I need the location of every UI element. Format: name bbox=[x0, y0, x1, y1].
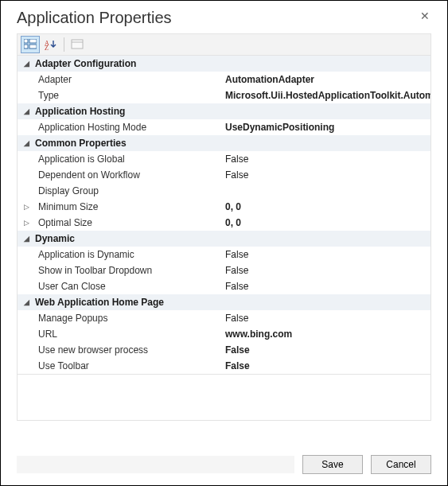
svg-rect-3 bbox=[29, 45, 37, 49]
property-grid[interactable]: ◢Adapter ConfigurationAdapterAutomationA… bbox=[17, 56, 431, 375]
dialog-footer: Save Cancel bbox=[1, 449, 447, 485]
property-row[interactable]: ▷Optimal Size0, 0 bbox=[18, 215, 430, 231]
categorized-button[interactable] bbox=[21, 36, 40, 53]
categorized-icon bbox=[24, 39, 37, 50]
property-name: Show in Toolbar Dropdown bbox=[35, 265, 222, 276]
property-toolbar: A Z bbox=[17, 33, 431, 56]
category-label: Common Properties bbox=[35, 138, 222, 149]
collapse-icon[interactable]: ◢ bbox=[18, 107, 35, 115]
toolbar-divider bbox=[64, 37, 64, 52]
category-label: Web Application Home Page bbox=[35, 297, 222, 308]
property-pages-button[interactable] bbox=[68, 36, 87, 53]
category-label: Dynamic bbox=[35, 233, 222, 244]
property-name: Application Hosting Mode bbox=[35, 122, 222, 133]
close-button[interactable]: ✕ bbox=[415, 8, 434, 24]
property-value[interactable]: False bbox=[222, 249, 430, 260]
property-value[interactable]: AutomationAdapter bbox=[222, 74, 430, 85]
property-row[interactable]: URLwww.bing.com bbox=[18, 326, 430, 342]
property-row[interactable]: TypeMicrosoft.Uii.HostedApplicationToolk… bbox=[18, 87, 430, 103]
category-label: Application Hosting bbox=[35, 106, 222, 117]
alphabetical-button[interactable]: A Z bbox=[41, 36, 60, 53]
property-name: Use new browser process bbox=[35, 344, 222, 356]
cancel-button[interactable]: Cancel bbox=[371, 455, 431, 474]
property-value[interactable]: 0, 0 bbox=[222, 201, 430, 212]
property-row[interactable]: AdapterAutomationAdapter bbox=[18, 72, 430, 87]
application-properties-dialog: Application Properties ✕ A Z bbox=[0, 0, 448, 486]
property-name: Type bbox=[35, 90, 222, 101]
property-name: Manage Popups bbox=[35, 313, 222, 324]
alphabetical-icon: A Z bbox=[45, 39, 57, 50]
property-row[interactable]: Display Group bbox=[18, 183, 430, 199]
property-description-panel bbox=[17, 375, 431, 421]
collapse-icon[interactable]: ◢ bbox=[18, 60, 35, 68]
property-value[interactable]: False bbox=[222, 360, 430, 371]
property-value[interactable]: False bbox=[222, 265, 430, 276]
property-name: URL bbox=[35, 329, 222, 340]
property-row[interactable]: Application Hosting ModeUseDynamicPositi… bbox=[18, 119, 430, 135]
property-row[interactable]: Dependent on WorkflowFalse bbox=[18, 167, 430, 183]
footer-spacer bbox=[17, 456, 294, 473]
property-value[interactable]: False bbox=[222, 344, 430, 356]
category-row[interactable]: ◢Dynamic bbox=[18, 231, 430, 247]
svg-rect-2 bbox=[24, 45, 28, 49]
expand-icon[interactable]: ▷ bbox=[18, 219, 35, 227]
property-value[interactable]: False bbox=[222, 281, 430, 292]
property-name: User Can Close bbox=[35, 281, 222, 292]
property-value[interactable]: Microsoft.Uii.HostedApplicationToolkit.A… bbox=[222, 90, 430, 101]
titlebar: Application Properties ✕ bbox=[1, 1, 447, 32]
property-name: Optimal Size bbox=[35, 217, 222, 228]
svg-rect-6 bbox=[72, 40, 83, 49]
category-row[interactable]: ◢Web Application Home Page bbox=[18, 294, 430, 310]
save-button[interactable]: Save bbox=[302, 455, 363, 474]
dialog-title: Application Properties bbox=[17, 9, 415, 27]
property-row[interactable]: Manage PopupsFalse bbox=[18, 310, 430, 326]
category-row[interactable]: ◢Common Properties bbox=[18, 135, 430, 151]
property-row[interactable]: Use new browser processFalse bbox=[18, 342, 430, 358]
property-name: Use Toolbar bbox=[35, 360, 222, 371]
svg-rect-0 bbox=[24, 39, 28, 43]
property-name: Adapter bbox=[35, 74, 222, 85]
property-row[interactable]: Application is GlobalFalse bbox=[18, 151, 430, 167]
category-row[interactable]: ◢Application Hosting bbox=[18, 103, 430, 119]
property-value[interactable]: UseDynamicPositioning bbox=[222, 122, 430, 133]
svg-text:Z: Z bbox=[45, 45, 49, 50]
property-row[interactable]: ▷Minimum Size0, 0 bbox=[18, 199, 430, 215]
property-pages-icon bbox=[71, 39, 84, 50]
property-value[interactable]: False bbox=[222, 154, 430, 165]
property-name: Minimum Size bbox=[35, 201, 222, 212]
collapse-icon[interactable]: ◢ bbox=[18, 235, 35, 243]
property-value[interactable]: www.bing.com bbox=[222, 329, 430, 340]
expand-icon[interactable]: ▷ bbox=[18, 203, 35, 211]
property-name: Application is Dynamic bbox=[35, 249, 222, 260]
property-row[interactable]: User Can CloseFalse bbox=[18, 278, 430, 294]
property-row[interactable]: Show in Toolbar DropdownFalse bbox=[18, 262, 430, 278]
property-name: Display Group bbox=[35, 185, 222, 196]
property-value[interactable]: 0, 0 bbox=[222, 217, 430, 228]
property-row[interactable]: Application is DynamicFalse bbox=[18, 247, 430, 262]
collapse-icon[interactable]: ◢ bbox=[18, 139, 35, 147]
category-row[interactable]: ◢Adapter Configuration bbox=[18, 56, 430, 72]
property-name: Dependent on Workflow bbox=[35, 169, 222, 181]
property-name: Application is Global bbox=[35, 154, 222, 165]
category-label: Adapter Configuration bbox=[35, 58, 222, 69]
property-value[interactable]: False bbox=[222, 313, 430, 324]
property-row[interactable]: Use ToolbarFalse bbox=[18, 358, 430, 374]
collapse-icon[interactable]: ◢ bbox=[18, 298, 35, 306]
property-value[interactable]: False bbox=[222, 169, 430, 181]
svg-rect-1 bbox=[29, 39, 37, 43]
